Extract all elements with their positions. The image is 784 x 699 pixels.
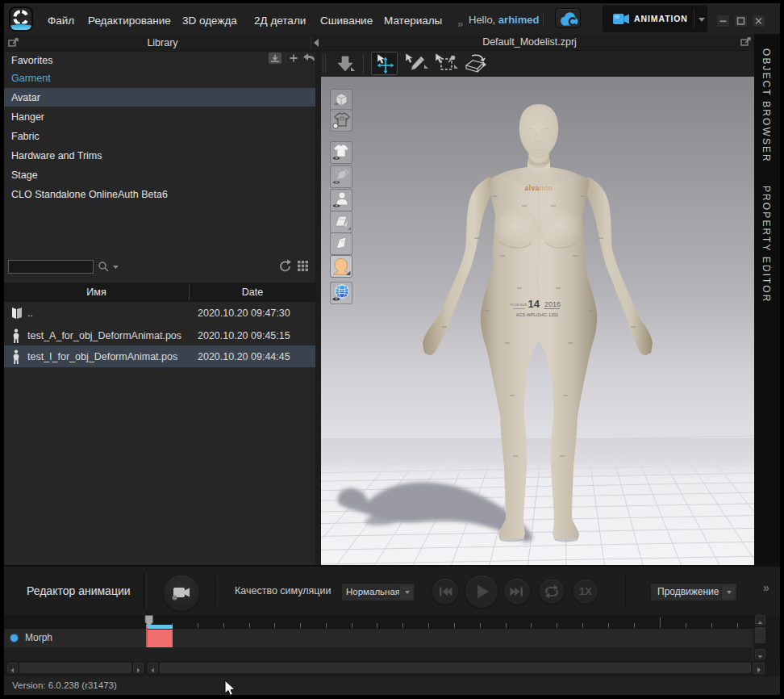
svg-text:PLUS SIZE: PLUS SIZE [511, 303, 528, 307]
svg-text:14: 14 [528, 298, 540, 310]
svg-text:alvanon: alvanon [525, 184, 553, 192]
svg-text:2016: 2016 [544, 300, 561, 308]
svg-text:ACS-WPL014C-1202: ACS-WPL014C-1202 [516, 312, 558, 317]
